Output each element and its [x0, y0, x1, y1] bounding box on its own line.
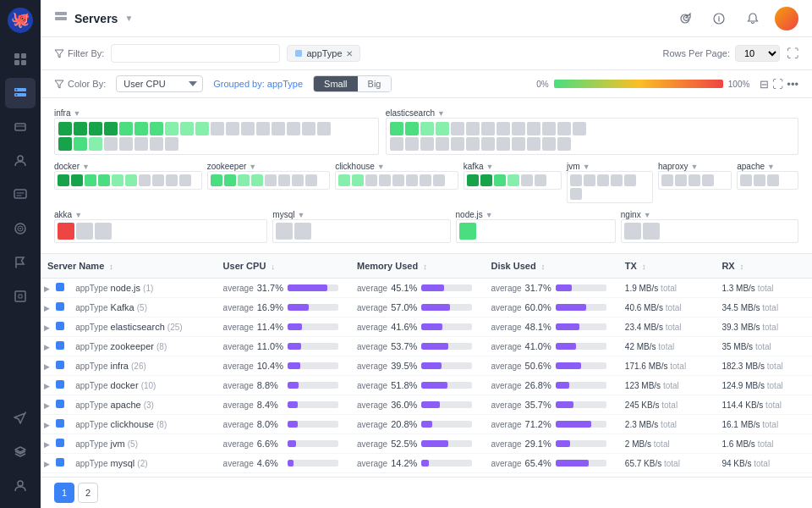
treemap-cell[interactable] [584, 174, 595, 186]
sidebar-item-send[interactable] [5, 403, 36, 433]
treemap-cell[interactable] [278, 174, 290, 186]
treemap-cell[interactable] [624, 174, 636, 186]
treemap-cell[interactable] [104, 122, 118, 135]
treemap-cell[interactable] [119, 122, 133, 135]
row-expand-7[interactable]: ▶ [41, 415, 54, 434]
treemap-cell[interactable] [211, 122, 224, 135]
treemap-cell[interactable] [405, 122, 419, 135]
filter-tag-close[interactable]: ✕ [346, 49, 353, 58]
row-expand-1[interactable]: ▶ [41, 298, 54, 318]
notifications-button[interactable] [741, 7, 765, 30]
treemap-cell[interactable] [224, 174, 236, 186]
treemap-cell[interactable] [365, 174, 377, 186]
sidebar-item-dashboard[interactable] [5, 44, 36, 75]
treemap-cell[interactable] [508, 174, 519, 186]
treemap-cell[interactable] [542, 122, 556, 135]
treemap-cell[interactable] [390, 122, 403, 135]
sidebar-item-puzzle[interactable] [5, 281, 36, 312]
treemap-cell[interactable] [226, 122, 239, 135]
treemap-cell[interactable] [405, 137, 419, 151]
sidebar-item-users[interactable] [5, 146, 36, 176]
treemap-cell[interactable] [211, 174, 222, 186]
treemap-cell[interactable] [58, 137, 72, 151]
treemap-cell[interactable] [675, 174, 687, 186]
filter-input[interactable] [111, 44, 280, 63]
treemap-cell[interactable] [535, 174, 546, 186]
treemap-cell[interactable] [597, 174, 609, 186]
treemap-cell[interactable] [494, 174, 506, 186]
refresh-button[interactable] [673, 7, 697, 30]
expand-button[interactable]: ⛶ [787, 47, 798, 60]
treemap-cell[interactable] [272, 122, 285, 135]
treemap-cell[interactable] [292, 174, 304, 186]
sidebar-item-target[interactable] [5, 213, 36, 244]
info-button[interactable] [707, 7, 731, 30]
treemap-cell[interactable] [150, 122, 163, 135]
treemap-cell[interactable] [392, 174, 404, 186]
treemap-cell[interactable] [76, 223, 93, 240]
treemap-cell[interactable] [125, 174, 137, 186]
row-expand-0[interactable]: ▶ [41, 279, 54, 298]
treemap-cell[interactable] [740, 174, 752, 186]
treemap-cell[interactable] [611, 174, 623, 186]
row-expand-3[interactable]: ▶ [41, 337, 54, 356]
treemap-cell[interactable] [754, 174, 765, 186]
treemap-cell[interactable] [119, 137, 133, 151]
treemap-cell[interactable] [557, 122, 571, 135]
treemap-cell[interactable] [702, 174, 714, 186]
treemap-cell[interactable] [265, 174, 277, 186]
treemap-cell[interactable] [406, 174, 418, 186]
treemap-cell[interactable] [481, 122, 495, 135]
treemap-cell[interactable] [436, 122, 449, 135]
row-expand-6[interactable]: ▶ [41, 395, 54, 415]
treemap-cell[interactable] [573, 122, 586, 135]
treemap-expand-button[interactable]: ⛶ [772, 78, 783, 91]
th-user-cpu[interactable]: User CPU ↓ [217, 254, 350, 279]
treemap-cell[interactable] [420, 174, 431, 186]
treemap-cell[interactable] [152, 174, 164, 186]
treemap-cell[interactable] [338, 174, 350, 186]
treemap-cell[interactable] [643, 223, 660, 240]
user-avatar[interactable] [775, 7, 798, 30]
treemap-more-button[interactable]: ••• [787, 78, 798, 91]
sidebar-item-messages[interactable] [5, 179, 36, 210]
row-expand-5[interactable]: ▶ [41, 376, 54, 395]
treemap-cell[interactable] [165, 137, 178, 151]
treemap-cell[interactable] [512, 122, 525, 135]
sidebar-item-servers[interactable] [5, 78, 36, 108]
treemap-cell[interactable] [134, 122, 148, 135]
treemap-cell[interactable] [238, 174, 250, 186]
treemap-cell[interactable] [767, 174, 779, 186]
treemap-cell[interactable] [276, 223, 293, 240]
th-memory-used[interactable]: Memory Used ↕ [350, 254, 484, 279]
treemap-cell[interactable] [74, 122, 87, 135]
treemap-cell[interactable] [661, 174, 673, 186]
treemap-cell[interactable] [466, 122, 480, 135]
treemap-cell[interactable] [352, 174, 364, 186]
treemap-cell[interactable] [150, 137, 163, 151]
treemap-cell[interactable] [689, 174, 700, 186]
treemap-cell[interactable] [98, 174, 110, 186]
size-small-button[interactable]: Small [314, 76, 358, 91]
treemap-cell[interactable] [451, 137, 464, 151]
treemap-collapse-button[interactable]: ⊟ [760, 78, 769, 91]
row-expand-8[interactable]: ▶ [41, 434, 54, 454]
page-1-button[interactable]: 1 [54, 483, 74, 503]
treemap-cell[interactable] [85, 174, 96, 186]
color-by-select[interactable]: User CPU Memory Used Disk Used [116, 75, 203, 92]
sidebar-item-layers[interactable] [5, 437, 36, 467]
treemap-cell[interactable] [557, 137, 571, 151]
treemap-cell[interactable] [287, 122, 300, 135]
treemap-cell[interactable] [302, 122, 315, 135]
th-server-name[interactable]: Server Name ↕ [41, 254, 217, 279]
treemap-cell[interactable] [379, 174, 391, 186]
treemap-cell[interactable] [71, 174, 83, 186]
treemap-cell[interactable] [294, 223, 311, 240]
treemap-cell[interactable] [58, 223, 74, 240]
th-tx[interactable]: TX ↕ [618, 254, 716, 279]
treemap-cell[interactable] [166, 174, 178, 186]
treemap-cell[interactable] [89, 137, 102, 151]
treemap-cell[interactable] [390, 137, 403, 151]
size-big-button[interactable]: Big [358, 76, 392, 91]
treemap-cell[interactable] [527, 137, 540, 151]
